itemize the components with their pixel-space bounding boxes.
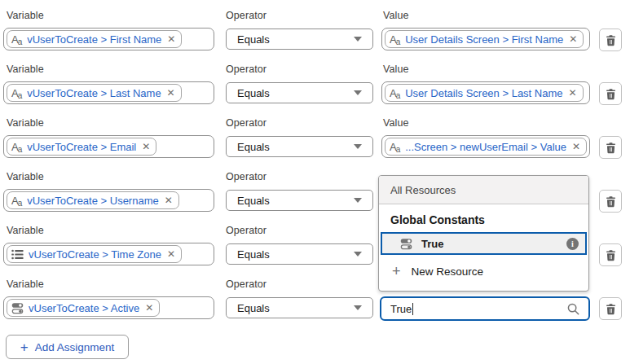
remove-pill-icon[interactable]: ✕ [141,141,150,152]
resource-pill[interactable]: Aa vUserToCreate > Email ✕ [7,138,156,156]
variable-label: Variable [7,117,44,129]
variable-combobox[interactable]: Aa vUserToCreate > Last Name ✕ [3,81,214,104]
variable-label: Variable [7,278,44,290]
resource-pill-label: User Details Screen > First Name [405,33,563,46]
variable-label: Variable [7,171,44,182]
variable-combobox[interactable]: Aa vUserToCreate > Username ✕ [3,189,214,212]
chevron-down-icon [354,144,362,149]
resource-pill[interactable]: Aa vUserToCreate > First Name ✕ [7,30,182,48]
resource-pill[interactable]: Aa vUserToCreate > Username ✕ [7,191,179,209]
resource-pill-label: vUserToCreate > Username [27,195,158,207]
info-icon[interactable]: i [566,238,579,250]
variable-label: Variable [7,225,44,236]
operator-select[interactable]: Equals [226,297,373,318]
value-label: Value [383,10,409,21]
remove-pill-icon[interactable]: ✕ [571,141,580,152]
new-resource-option[interactable]: + New Resource [379,259,588,283]
operator-select[interactable]: Equals [226,136,373,157]
resource-pill-label: vUserToCreate > Active [29,302,139,314]
delete-row-button[interactable] [599,243,622,266]
value-combobox[interactable]: Aa ...Screen > newUserEmail > Value ✕ [381,135,590,158]
operator-label: Operator [226,225,267,236]
text-type-icon: Aa [390,142,400,152]
text-type-icon: Aa [11,195,22,206]
all-resources-header[interactable]: All Resources [379,176,588,204]
operator-label: Operator [226,278,267,290]
operator-select[interactable]: Equals [226,190,373,211]
resource-pill[interactable]: vUserToCreate > Active ✕ [7,299,160,317]
plus-icon: + [20,340,29,354]
text-cursor [412,303,413,315]
chevron-down-icon [354,37,362,42]
trash-icon [605,34,617,46]
resource-pill-label: User Details Screen > Last Name [405,87,562,99]
resource-picker-popup: All Resources Global Constants True i + … [378,175,589,292]
chevron-down-icon [354,252,362,257]
search-icon [567,303,579,315]
delete-row-button[interactable] [599,136,622,159]
delete-row-button[interactable] [599,190,622,213]
search-input-value: True [390,303,412,315]
operator-select[interactable]: Equals [226,82,373,103]
trash-icon [605,88,617,100]
remove-pill-icon[interactable]: ✕ [166,248,175,260]
value-label: Value [383,64,409,75]
operator-select[interactable]: Equals [226,243,373,265]
add-assignment-button[interactable]: + Add Assignment [6,335,129,359]
variable-combobox[interactable]: vUserToCreate > Time Zone ✕ [3,243,214,265]
remove-pill-icon[interactable]: ✕ [164,195,173,206]
trash-icon [605,303,617,315]
resource-pill[interactable]: Aa User Details Screen > Last Name ✕ [385,84,584,102]
remove-pill-icon[interactable]: ✕ [568,87,577,99]
resource-option-label: True [421,238,557,250]
value-combobox[interactable]: Aa User Details Screen > Last Name ✕ [381,81,590,104]
resource-pill-label: vUserToCreate > Time Zone [29,248,161,261]
assignment-editor: Variable Aa vUserToCreate > First Name ✕… [0,0,630,364]
chevron-down-icon [354,198,362,203]
value-combobox[interactable]: Aa User Details Screen > First Name ✕ [381,28,590,50]
remove-pill-icon[interactable]: ✕ [568,33,577,45]
text-type-icon: Aa [11,88,22,99]
delete-row-button[interactable] [599,82,622,105]
plus-icon: + [392,264,401,278]
text-type-icon: Aa [390,88,400,99]
delete-row-button[interactable] [599,29,622,51]
resource-pill-label: vUserToCreate > Last Name [27,87,161,99]
resource-pill-label: vUserToCreate > First Name [27,33,161,46]
global-constants-heading: Global Constants [390,213,577,226]
trash-icon [605,195,617,208]
resource-pill[interactable]: Aa ...Screen > newUserEmail > Value ✕ [385,138,587,156]
variable-label: Variable [7,10,44,21]
trash-icon [605,249,617,261]
operator-label: Operator [226,10,267,21]
remove-pill-icon[interactable]: ✕ [144,302,153,314]
operator-select[interactable]: Equals [226,29,373,50]
chevron-down-icon [354,305,362,310]
operator-label: Operator [226,64,267,75]
variable-combobox[interactable]: Aa vUserToCreate > First Name ✕ [3,28,214,50]
remove-pill-icon[interactable]: ✕ [166,87,175,99]
variable-label: Variable [7,64,44,75]
resource-pill-label: ...Screen > newUserEmail > Value [405,141,566,153]
resource-pill-label: vUserToCreate > Email [27,141,136,153]
resource-pill[interactable]: Aa vUserToCreate > Last Name ✕ [7,84,182,102]
operator-label: Operator [226,171,267,182]
variable-combobox[interactable]: vUserToCreate > Active ✕ [3,296,214,319]
picklist-icon [11,249,24,260]
trash-icon [605,142,617,154]
resource-option-true[interactable]: True i [381,232,587,255]
remove-pill-icon[interactable]: ✕ [166,33,175,45]
chevron-down-icon [354,90,362,95]
value-label: Value [383,117,409,129]
toggle-icon [400,238,412,250]
resource-pill[interactable]: Aa User Details Screen > First Name ✕ [385,30,584,48]
resource-search-input[interactable]: True [380,296,590,321]
toggle-icon [11,302,24,314]
delete-row-button[interactable] [599,297,622,320]
text-type-icon: Aa [11,142,22,152]
operator-label: Operator [226,117,267,129]
resource-pill[interactable]: vUserToCreate > Time Zone ✕ [7,245,182,263]
text-type-icon: Aa [11,34,22,45]
text-type-icon: Aa [390,34,400,45]
variable-combobox[interactable]: Aa vUserToCreate > Email ✕ [3,135,214,158]
